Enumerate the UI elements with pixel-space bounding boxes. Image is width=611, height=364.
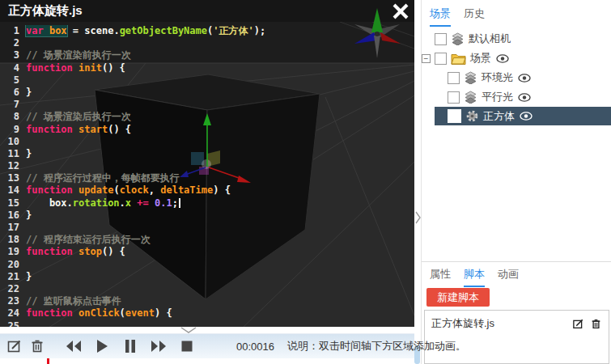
code-token: function — [26, 307, 73, 319]
edit-script-icon[interactable] — [572, 318, 584, 330]
code-token: () { — [102, 246, 125, 257]
collapse-expander[interactable]: − — [422, 54, 431, 63]
eye-icon[interactable] — [520, 112, 533, 121]
checkbox[interactable] — [448, 91, 460, 104]
tree-item[interactable]: 正方体 — [435, 107, 611, 125]
app-window: 正方体旋转.js 1var box = scene.getObjectByNam… — [0, 0, 611, 364]
code-token: function — [26, 246, 73, 257]
code-token: box — [49, 25, 67, 36]
code-line[interactable]: 15 box.rotation.x += 0.1; — [0, 197, 414, 210]
code-token: function — [26, 124, 73, 135]
tree-item-label: 场景 — [470, 51, 491, 66]
code-token — [73, 124, 78, 135]
tree-item[interactable]: 环境光 — [422, 68, 611, 87]
scene-tab[interactable]: 场景 — [430, 6, 451, 27]
line-number: 18 — [0, 234, 26, 246]
code-line[interactable]: 7 — [0, 99, 414, 111]
code-line[interactable]: 13// 程序运行过程中，每帧都要执行 — [0, 172, 414, 184]
code-token: start — [78, 124, 108, 135]
close-icon[interactable] — [390, 2, 411, 21]
checkbox[interactable] — [448, 72, 460, 84]
checkbox[interactable] — [435, 53, 447, 65]
chevron-right-icon[interactable] — [415, 210, 422, 225]
stop-icon[interactable] — [178, 337, 196, 355]
code-token: () { — [102, 62, 125, 74]
code-line[interactable]: 17 — [0, 222, 414, 234]
light-icon — [464, 91, 477, 104]
code-line[interactable]: 22 — [0, 283, 414, 295]
code-line[interactable]: 16} — [0, 210, 414, 222]
script-list-item[interactable]: 正方体旋转.js — [425, 311, 609, 331]
code-token: var — [26, 25, 44, 36]
code-line[interactable]: 4function init() { — [0, 62, 414, 74]
code-token: = scene. — [67, 25, 120, 36]
code-token — [73, 307, 78, 319]
new-script-button[interactable]: 新建脚本 — [426, 288, 490, 307]
code-token: event — [125, 307, 155, 319]
tree-item[interactable]: 平行光 — [422, 87, 611, 107]
camera-icon — [451, 32, 465, 45]
code-line[interactable]: 3// 场景渲染前执行一次 — [0, 49, 414, 61]
line-number: 4 — [0, 62, 26, 74]
eye-icon[interactable] — [518, 74, 531, 83]
code-line[interactable]: 8// 场景渲染后执行一次 — [0, 111, 414, 123]
play-icon[interactable] — [93, 337, 111, 355]
code-token: += — [137, 197, 148, 209]
fast-forward-icon[interactable] — [150, 337, 168, 355]
delete-animation-icon[interactable] — [29, 337, 45, 355]
pause-icon[interactable] — [121, 337, 139, 355]
line-number: 14 — [0, 184, 26, 197]
delete-script-icon[interactable] — [590, 318, 602, 330]
code-line[interactable]: 10 — [0, 136, 414, 148]
timeline-track[interactable] — [0, 358, 414, 364]
code-line[interactable]: 6} — [0, 87, 414, 99]
code-token: function — [26, 62, 73, 74]
checkbox[interactable] — [448, 109, 461, 123]
code-line[interactable]: 11} — [0, 148, 414, 160]
eye-icon[interactable] — [518, 93, 531, 102]
code-token: ( — [120, 307, 125, 319]
code-line[interactable]: 20 — [0, 259, 414, 271]
code-line[interactable]: 19function stop() { — [0, 246, 414, 258]
code-line[interactable]: 14function update(clock, deltaTime) { — [0, 184, 414, 197]
eye-icon[interactable] — [496, 54, 509, 63]
code-line[interactable]: 18// 程序结束运行后执行一次 — [0, 234, 414, 246]
code-line[interactable]: 24function onClick(event) { — [0, 307, 414, 320]
code-editor[interactable]: 1var box = scene.getObjectByName('正方体');… — [0, 25, 414, 328]
chevron-down-icon[interactable] — [180, 326, 197, 334]
code-token: } — [26, 87, 32, 98]
panel-divider — [422, 261, 611, 262]
props-tab[interactable]: 属性 — [430, 267, 451, 287]
code-line[interactable]: 9function start() { — [0, 124, 414, 136]
code-line[interactable]: 23// 监听鼠标点击事件 — [0, 295, 414, 307]
scene-tab[interactable]: 历史 — [464, 6, 485, 27]
script-list: 正方体旋转.js — [424, 310, 609, 364]
code-line[interactable]: 5 — [0, 74, 414, 87]
timeline-playhead[interactable] — [47, 358, 49, 364]
line-number: 23 — [0, 295, 26, 307]
code-line[interactable]: 2 — [0, 37, 414, 49]
mesh-icon — [465, 109, 479, 123]
checkbox[interactable] — [435, 33, 447, 45]
code-token: } — [26, 210, 32, 221]
code-token: stop — [78, 246, 102, 257]
panel-resize-strip[interactable] — [414, 0, 421, 364]
code-token: getObjectByName — [120, 25, 207, 36]
code-token: // 监听鼠标点击事件 — [26, 295, 121, 307]
code-token — [149, 197, 155, 209]
line-number: 3 — [0, 49, 26, 61]
code-line[interactable]: 12 — [0, 160, 414, 172]
props-tab[interactable]: 脚本 — [464, 267, 485, 287]
code-token — [73, 246, 78, 257]
rewind-icon[interactable] — [65, 337, 83, 355]
tree-item[interactable]: −场景 — [422, 49, 611, 68]
props-tab[interactable]: 动画 — [498, 267, 519, 287]
code-token: ); — [254, 25, 265, 36]
edit-animation-icon[interactable] — [6, 337, 23, 355]
code-token: onClick — [78, 307, 120, 319]
code-line[interactable]: 21} — [0, 271, 414, 283]
code-line[interactable]: 1var box = scene.getObjectByName('正方体'); — [0, 25, 414, 37]
timeline-toolbar: 00:0016 说明：双击时间轴下方区域添加动画。 — [0, 333, 414, 358]
line-number: 22 — [0, 283, 26, 295]
tree-item[interactable]: 默认相机 — [422, 29, 611, 49]
